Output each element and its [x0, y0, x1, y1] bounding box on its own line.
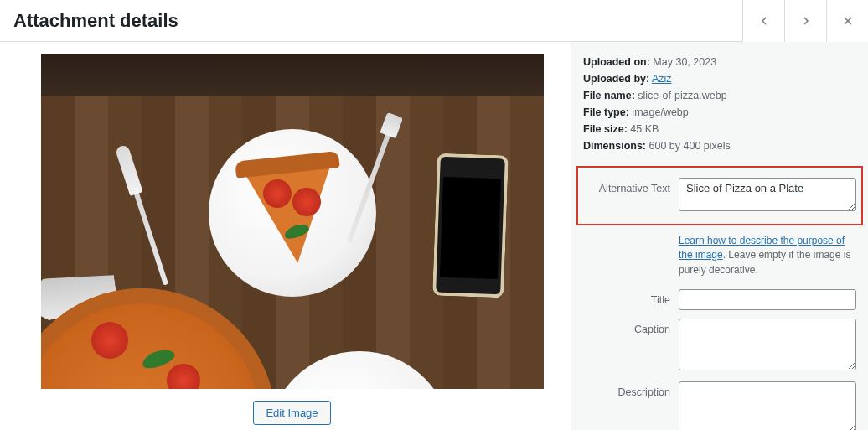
- attachment-details-modal: Attachment details: [0, 0, 868, 430]
- chevron-left-icon: [757, 14, 771, 28]
- file-name-label: File name:: [583, 90, 635, 101]
- uploaded-by-label: Uploaded by:: [583, 73, 649, 85]
- edit-image-button[interactable]: Edit Image: [253, 401, 330, 425]
- modal-title: Attachment details: [0, 0, 192, 41]
- prev-button[interactable]: [742, 0, 784, 42]
- uploaded-by-link[interactable]: Aziz: [652, 73, 672, 85]
- caption-label: Caption: [583, 319, 670, 335]
- title-input[interactable]: [679, 289, 856, 310]
- file-name-value: slice-of-pizza.webp: [638, 90, 726, 101]
- title-label: Title: [583, 289, 670, 306]
- header-actions: [742, 0, 868, 41]
- alt-text-input[interactable]: Slice of Pizza on a Plate: [679, 178, 856, 211]
- uploaded-on-label: Uploaded on:: [583, 56, 650, 68]
- description-label: Description: [583, 381, 670, 398]
- description-row: Description: [583, 381, 856, 430]
- title-row: Title: [583, 289, 856, 310]
- file-size-value: 45 KB: [630, 123, 659, 135]
- caption-input[interactable]: [679, 319, 856, 370]
- preview-pane: Edit Image: [0, 42, 571, 430]
- dimensions-value: 600 by 400 pixels: [649, 140, 731, 152]
- alt-text-label: Alternative Text: [583, 178, 670, 194]
- close-icon: [841, 14, 855, 28]
- alt-text-row: Alternative Text Slice of Pizza on a Pla…: [576, 166, 863, 225]
- modal-header: Attachment details: [0, 0, 868, 42]
- caption-row: Caption: [583, 319, 856, 373]
- next-button[interactable]: [784, 0, 826, 42]
- modal-body: Edit Image Uploaded on: May 30, 2023 Upl…: [0, 42, 868, 430]
- attachment-meta: Uploaded on: May 30, 2023 Uploaded by: A…: [583, 54, 856, 154]
- file-size-label: File size:: [583, 123, 628, 135]
- description-input[interactable]: [679, 381, 856, 430]
- alt-text-help: Learn how to describe the purpose of the…: [679, 234, 856, 277]
- attachment-image: [41, 54, 544, 389]
- file-type-value: image/webp: [632, 106, 688, 118]
- close-button[interactable]: [826, 0, 868, 42]
- details-pane: Uploaded on: May 30, 2023 Uploaded by: A…: [571, 42, 868, 430]
- uploaded-on-value: May 30, 2023: [653, 56, 716, 68]
- file-type-label: File type:: [583, 106, 629, 118]
- chevron-right-icon: [799, 14, 813, 28]
- dimensions-label: Dimensions:: [583, 140, 646, 152]
